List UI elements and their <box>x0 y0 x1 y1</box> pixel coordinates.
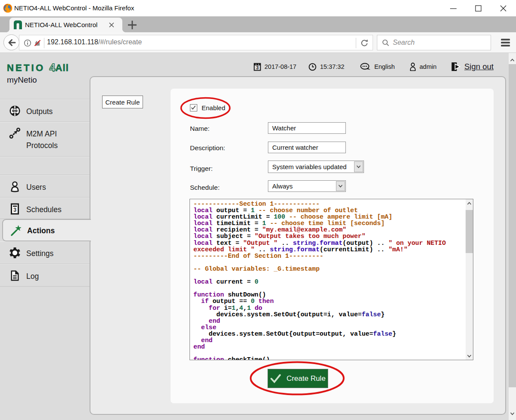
browser-tab[interactable]: NETIO4-ALL WebControl <box>9 18 122 32</box>
page-scrollbar-thumb[interactable] <box>509 64 516 387</box>
menu-bar <box>501 42 510 43</box>
log-icon <box>9 270 21 281</box>
browser-window: NETIO4-ALL WebControl - Mozilla Firefox … <box>0 0 516 420</box>
back-icon <box>7 38 16 47</box>
sidebar-item-log[interactable]: Log <box>0 264 90 287</box>
name-label: Name: <box>190 125 210 133</box>
search-placeholder: Search <box>393 39 415 46</box>
firefox-icon <box>3 3 12 13</box>
submit-label: Create Rule <box>286 374 326 383</box>
svg-text:3: 3 <box>256 65 259 70</box>
url-host: 192.168.101.118 <box>47 38 98 46</box>
window-minimize-button[interactable] <box>441 0 466 16</box>
enabled-checkbox[interactable] <box>190 104 197 111</box>
checkbox-check-icon <box>190 105 196 111</box>
tab-bar: NETIO4-ALL WebControl <box>0 16 516 32</box>
calendar-icon: 3 <box>254 63 261 71</box>
search-box[interactable]: Search <box>377 35 491 50</box>
create-rule-submit-button[interactable]: Create Rule <box>267 369 328 388</box>
navigation-toolbar: 192.168.101.118/#/rules/create Search <box>0 32 516 53</box>
new-tab-button[interactable] <box>127 20 137 30</box>
rule-form-card: Enabled Name: Watcher Description: Curre… <box>171 89 494 403</box>
chevron-down-icon <box>338 183 343 189</box>
sidebar-item-schedules[interactable]: 3 Schedules <box>0 197 90 219</box>
minimize-icon <box>449 4 457 12</box>
lua-code: ------------Section 1------------local o… <box>190 201 461 360</box>
svg-text:3: 3 <box>13 207 16 213</box>
sign-out-link[interactable]: Sign out <box>451 61 494 72</box>
trigger-dropdown-button[interactable] <box>354 161 363 172</box>
schedules-icon: 3 <box>9 203 21 215</box>
sidebar-item-users[interactable]: Users <box>0 175 90 197</box>
code-scrollbar[interactable] <box>466 199 473 360</box>
window-maximize-button[interactable] <box>466 0 491 16</box>
scroll-down-icon[interactable] <box>466 352 473 359</box>
schedule-label: Schedule: <box>190 184 220 191</box>
search-icon <box>382 39 389 46</box>
users-icon <box>9 181 21 192</box>
checkmark-icon <box>270 374 281 383</box>
site-info-icon[interactable] <box>24 39 31 47</box>
language-icon <box>360 63 371 71</box>
wand-icon <box>10 225 22 237</box>
gear-icon <box>9 247 21 259</box>
user-text: admin <box>420 63 437 70</box>
menu-bar <box>501 45 510 46</box>
schedule-dropdown-button[interactable] <box>336 181 345 191</box>
date-text: 2017-08-17 <box>264 63 296 70</box>
time-display: 15:37:32 <box>308 61 344 72</box>
trigger-label: Trigger: <box>190 165 213 173</box>
menu-button[interactable] <box>500 36 512 49</box>
page-scrollbar[interactable] <box>509 53 516 420</box>
description-label: Description: <box>190 144 225 152</box>
sidebar-item-m2m[interactable]: M2M APIProtocols <box>0 121 90 156</box>
window-close-button[interactable] <box>491 0 516 16</box>
name-input[interactable]: Watcher <box>268 122 346 134</box>
url-text[interactable]: 192.168.101.118/#/rules/create <box>47 38 142 46</box>
urlbar-separator-2 <box>356 38 356 48</box>
language-selector[interactable]: English <box>360 61 395 72</box>
reload-icon[interactable] <box>360 39 369 47</box>
create-rule-top-button[interactable]: Create Rule <box>102 96 143 108</box>
m2m-icon <box>9 127 21 139</box>
sidebar-spacer <box>0 156 90 175</box>
tab-close-icon[interactable] <box>109 22 115 28</box>
schedule-select[interactable]: Always <box>268 180 346 192</box>
window-titlebar: NETIO4-ALL WebControl - Mozilla Firefox <box>0 0 516 16</box>
socket-icon <box>9 105 21 117</box>
time-text: 15:37:32 <box>320 63 344 70</box>
description-input[interactable]: Current watcher <box>268 142 346 153</box>
user-display: admin <box>410 61 437 72</box>
url-path: /#/rules/create <box>98 38 142 46</box>
close-icon <box>499 4 507 12</box>
sidebar-item-outputs[interactable]: Outputs <box>0 99 90 121</box>
maximize-icon <box>474 4 482 12</box>
window-title: NETIO4-ALL WebControl - Mozilla Firefox <box>14 4 134 12</box>
plugin-blocked-icon[interactable] <box>34 39 41 47</box>
url-bar[interactable]: 192.168.101.118/#/rules/create <box>19 35 373 50</box>
clock-icon <box>308 63 317 71</box>
sidebar-item-settings[interactable]: Settings <box>0 241 90 264</box>
device-name: myNetio <box>7 75 37 85</box>
netio-favicon <box>13 20 23 30</box>
page-scroll-up-icon[interactable] <box>509 56 516 64</box>
user-icon <box>410 62 416 71</box>
tab-title: NETIO4-ALL WebControl <box>25 21 97 28</box>
back-button[interactable] <box>3 34 19 50</box>
trigger-select[interactable]: System variables updated <box>268 161 364 173</box>
menu-bar <box>501 39 510 40</box>
enabled-row: Enabled <box>190 104 225 111</box>
page-content: NETIO 4All myNetio 3 2017-08-17 15:37:32… <box>0 53 516 420</box>
language-text: English <box>374 63 395 70</box>
sidebar-item-actions[interactable]: Actions <box>2 219 91 241</box>
header-meta: 3 2017-08-17 15:37:32 English admin Sign… <box>0 61 494 72</box>
sign-out-icon <box>451 62 461 71</box>
page-scroll-down-icon[interactable] <box>509 410 516 417</box>
sign-out-text: Sign out <box>464 62 494 71</box>
rule-code-editor[interactable]: ------------Section 1------------local o… <box>190 199 473 360</box>
main-panel: Create Rule Enabled Name: Watcher Descri… <box>90 76 506 415</box>
enabled-label: Enabled <box>202 104 225 111</box>
code-scrollbar-thumb[interactable] <box>466 210 473 253</box>
chevron-down-icon <box>356 164 361 170</box>
scroll-up-icon[interactable] <box>466 200 473 207</box>
